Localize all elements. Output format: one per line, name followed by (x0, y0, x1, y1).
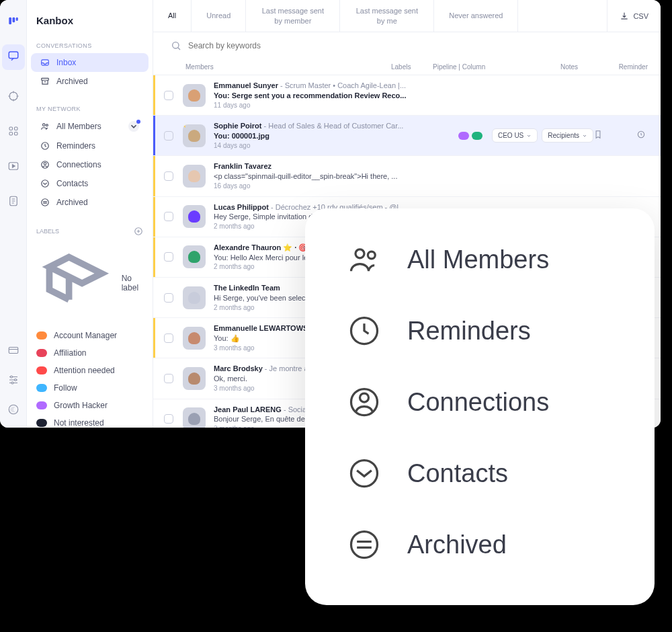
svg-point-33 (351, 461, 378, 487)
message-row[interactable]: Sophie Poirot - Head of Sales & Head of … (153, 116, 661, 156)
note-icon[interactable] (593, 130, 603, 142)
nav-contacts[interactable]: Contacts (31, 174, 149, 193)
app-logo-icon (7, 15, 19, 30)
avatar (183, 245, 206, 268)
popup-reminders[interactable]: Reminders (347, 313, 613, 348)
label-no-label[interactable]: No label (27, 240, 153, 327)
avatar (183, 407, 206, 428)
svg-point-24 (42, 199, 49, 206)
svg-point-19 (46, 124, 48, 126)
nav-inbox[interactable]: Inbox (31, 53, 149, 72)
avatar (183, 124, 206, 147)
member-name: Franklin Tavarez (214, 162, 271, 170)
nav-archived[interactable]: Archived (31, 72, 149, 91)
popup-connections[interactable]: Connections (347, 385, 613, 420)
left-rail (0, 0, 27, 428)
rail-sliders-icon[interactable] (7, 374, 19, 389)
row-checkbox[interactable] (164, 414, 173, 424)
member-name: Jean Paul LARENG (214, 405, 282, 413)
label-color-dot (36, 349, 47, 357)
svg-rect-6 (14, 127, 17, 130)
member-name: Emmanuel Sunyer (214, 81, 278, 89)
member-name: Marc Brodsky (214, 364, 263, 372)
rail-chat-icon[interactable] (2, 44, 25, 70)
search-icon (171, 40, 181, 51)
avatar (183, 205, 206, 228)
avatar (183, 84, 206, 107)
nav-archived[interactable]: Archived (31, 193, 149, 212)
csv-label: CSV (633, 12, 648, 20)
label-follow[interactable]: Follow (27, 379, 153, 397)
label-color-dot (36, 384, 47, 392)
message-preview: <p class="spinmail-quill-editor__spin-br… (214, 171, 653, 182)
tabs: AllUnreadLast message sent by memberLast… (153, 0, 661, 32)
col-notes: Notes (560, 63, 601, 71)
svg-rect-0 (9, 17, 11, 25)
tab-unread[interactable]: Unread (192, 0, 246, 32)
member-name: Sophie Poirot (214, 122, 262, 130)
popup-all members[interactable]: All Members (347, 242, 613, 277)
row-checkbox[interactable] (164, 212, 173, 221)
pipeline-dropdown[interactable]: CEO US (492, 128, 538, 143)
rail-target-icon[interactable] (7, 90, 19, 105)
message-row[interactable]: Franklin Tavarez<p class="spinmail-quill… (153, 156, 661, 196)
col-labels: Labels (391, 63, 433, 71)
row-checkbox[interactable] (164, 91, 173, 100)
rail-card-icon[interactable] (7, 344, 19, 359)
message-preview: You: 000001.jpg (214, 131, 453, 141)
popup-archived[interactable]: Archived (347, 527, 613, 562)
avatar (183, 165, 206, 188)
rail-moon-icon[interactable] (7, 403, 19, 418)
row-checkbox[interactable] (164, 171, 173, 181)
svg-rect-3 (9, 52, 18, 58)
brand-title: Kanbox (27, 0, 153, 36)
svg-point-34 (351, 532, 378, 558)
reminder-icon[interactable] (636, 130, 646, 142)
label-color-dot (36, 331, 47, 340)
svg-point-21 (44, 163, 46, 165)
search-input[interactable] (188, 41, 643, 50)
nav-reminders[interactable]: Reminders (31, 136, 149, 155)
rail-doc-icon[interactable] (7, 195, 19, 210)
tab-last-message-sent-by-me[interactable]: Last message sent by me (340, 0, 434, 32)
tab-all[interactable]: All (153, 0, 192, 32)
label-not-interested[interactable]: Not interested (27, 414, 153, 428)
svg-point-23 (42, 180, 49, 188)
export-csv-button[interactable]: CSV (607, 0, 661, 32)
label-attention-needed[interactable]: Attention needed (27, 362, 153, 379)
message-time: 16 days ago (214, 182, 653, 191)
row-checkbox[interactable] (164, 131, 173, 141)
label-color-dot (36, 401, 47, 409)
row-checkbox[interactable] (164, 252, 173, 262)
column-headers: Members Labels Pipeline | Column Notes R… (153, 59, 661, 75)
popup-contacts[interactable]: Contacts (347, 456, 613, 491)
tab-never-answered[interactable]: Never answered (434, 0, 518, 32)
nav-all members[interactable]: All Members (31, 116, 149, 136)
row-checkbox[interactable] (164, 333, 173, 343)
row-checkbox[interactable] (164, 293, 173, 303)
message-row[interactable]: Emmanuel Sunyer - Scrum Master • Coach A… (153, 75, 661, 116)
label-account-manager[interactable]: Account Manager (27, 327, 153, 344)
rail-grid-icon[interactable] (7, 125, 19, 140)
add-label-icon[interactable] (134, 227, 143, 236)
message-time: 14 days ago (214, 141, 453, 151)
nav-connections[interactable]: Connections (31, 155, 149, 174)
tab-last-message-sent-by-member[interactable]: Last message sent by member (246, 0, 340, 32)
svg-point-14 (11, 382, 13, 384)
message-time: 11 days ago (214, 101, 653, 110)
label-color-dot (36, 419, 47, 427)
col-pipeline: Pipeline | Column (433, 63, 560, 71)
label-affiliation[interactable]: Affiliation (27, 344, 153, 362)
svg-rect-5 (9, 127, 13, 130)
row-checkbox[interactable] (164, 374, 173, 383)
section-labels-title: LABELS (36, 228, 59, 235)
rail-play-icon[interactable] (7, 160, 19, 175)
section-network-title: MY NETWORK (27, 99, 153, 116)
svg-point-29 (368, 251, 375, 259)
svg-rect-7 (9, 132, 13, 136)
chevron-down-icon[interactable] (128, 121, 139, 132)
col-reminder: Reminder (601, 63, 648, 71)
avatar (183, 286, 206, 309)
column-dropdown[interactable]: Recipients (542, 128, 593, 143)
label-growth-hacker[interactable]: Growth Hacker (27, 397, 153, 414)
